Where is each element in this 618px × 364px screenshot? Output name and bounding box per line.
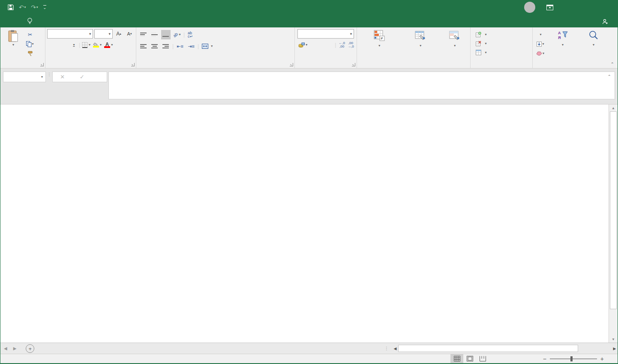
number-dialog-launcher[interactable] xyxy=(352,63,355,66)
confirm-entry-button[interactable]: ✓ xyxy=(80,74,84,80)
group-cells: ▾ ▾ ▾ xyxy=(471,27,533,68)
cancel-entry-button[interactable]: ✕ xyxy=(60,74,65,80)
fill-button[interactable]: ▾ xyxy=(535,39,545,49)
scroll-right-arrow[interactable]: ▶ xyxy=(612,346,618,351)
format-cells-button[interactable]: ▾ xyxy=(474,48,488,57)
align-top-button[interactable] xyxy=(139,30,148,39)
align-middle-button[interactable] xyxy=(150,30,159,39)
collapse-ribbon-button[interactable]: ⌃ xyxy=(611,62,614,66)
page-layout-view-button[interactable] xyxy=(463,354,476,363)
conditional-formatting-button[interactable]: ≠ ▾ xyxy=(359,28,400,48)
align-right-button[interactable] xyxy=(161,42,171,51)
increase-font-button[interactable]: А▴ xyxy=(114,29,123,39)
name-box-caret: ▾ xyxy=(41,76,43,78)
tell-me-search[interactable] xyxy=(27,18,36,27)
svg-text:Я: Я xyxy=(558,36,561,40)
new-sheet-button[interactable]: + xyxy=(26,344,34,353)
paste-button[interactable]: ▾ xyxy=(1,28,25,46)
fill-color-button[interactable]: ▾ xyxy=(92,40,102,50)
alignment-dialog-launcher[interactable] xyxy=(290,63,293,66)
increase-decimal-button[interactable]: ←,0,00 xyxy=(339,42,345,48)
share-button[interactable] xyxy=(602,19,611,25)
font-dialog-launcher[interactable] xyxy=(131,63,135,66)
bold-button[interactable] xyxy=(48,40,57,50)
format-cells-icon xyxy=(476,50,481,55)
zoom-slider[interactable] xyxy=(550,358,597,359)
page-break-view-button[interactable] xyxy=(476,354,489,363)
clipboard-dialog-launcher[interactable] xyxy=(40,63,44,66)
format-painter-button[interactable] xyxy=(25,49,35,58)
find-icon xyxy=(588,30,599,40)
accounting-format-button[interactable]: ▾ xyxy=(297,40,308,50)
font-color-button[interactable]: А ▾ xyxy=(103,40,114,50)
scroll-left-arrow[interactable]: ◀ xyxy=(392,346,398,351)
group-font: ▾ ▾ А▴ А▾ ▾ | ▾ xyxy=(45,27,136,68)
sheet-nav-arrows: ◀ ▶ xyxy=(0,343,20,354)
wrap-text-button[interactable]: abc↵ xyxy=(186,30,195,39)
align-center-button[interactable] xyxy=(150,42,159,51)
scroll-up-arrow[interactable]: ▲ xyxy=(609,104,618,111)
decrease-font-button[interactable]: А▾ xyxy=(125,29,134,39)
zoom-in-button[interactable]: + xyxy=(600,355,604,362)
decrease-decimal-button[interactable]: ,00→,0 xyxy=(348,42,354,48)
percent-style-button[interactable] xyxy=(311,40,320,50)
close-button[interactable] xyxy=(598,0,618,15)
eraser-icon xyxy=(536,51,542,56)
worksheet-grid[interactable] xyxy=(0,104,609,343)
ribbon-display-options-button[interactable] xyxy=(541,0,558,15)
horizontal-scrollbar[interactable]: ⋮ ◀ ▶ xyxy=(384,343,618,354)
comma-style-button[interactable] xyxy=(323,40,332,50)
underline-button[interactable]: ▾ xyxy=(69,40,78,50)
delete-cells-button[interactable]: ▾ xyxy=(474,39,488,48)
decrease-indent-button[interactable]: ⇤≡ xyxy=(175,42,185,51)
customize-qat-button[interactable]: ⌄ xyxy=(41,4,49,10)
fill-down-icon xyxy=(537,42,542,47)
copy-icon xyxy=(26,41,32,47)
italic-button[interactable] xyxy=(58,40,68,50)
group-editing: ▾ ▾ ▾ АЯ ▾ ▾ xyxy=(533,27,618,68)
name-box-splitter[interactable]: ⋮ xyxy=(47,73,51,75)
merge-center-icon xyxy=(202,44,208,49)
lightbulb-icon xyxy=(27,18,33,25)
number-format-combo[interactable]: ▾ xyxy=(297,29,354,39)
align-left-button[interactable] xyxy=(139,42,148,51)
merge-center-button[interactable]: ▾ xyxy=(201,42,214,51)
scroll-down-arrow[interactable]: ▼ xyxy=(609,336,618,343)
save-button[interactable] xyxy=(6,3,16,11)
redo-button[interactable]: ↷▾ xyxy=(29,3,40,12)
cut-button[interactable]: ✂ xyxy=(25,30,35,39)
user-avatar[interactable] xyxy=(524,2,535,13)
font-name-combo[interactable]: ▾ xyxy=(47,29,93,39)
formula-input[interactable]: ⌃ xyxy=(108,72,615,99)
borders-button[interactable]: ▾ xyxy=(81,40,91,50)
insert-cells-button[interactable]: ▾ xyxy=(474,30,488,39)
vertical-scroll-thumb[interactable] xyxy=(610,111,617,309)
copy-button[interactable]: ▾ xyxy=(25,39,35,49)
zoom-out-button[interactable]: − xyxy=(543,355,546,362)
cell-styles-button[interactable]: ▾ xyxy=(441,28,468,48)
tab-split-handle[interactable]: ⋮ xyxy=(384,348,389,349)
vertical-scrollbar[interactable]: ▲ ▼ xyxy=(609,104,618,343)
excel-window: ↶▾ ↷▾ ⌄ xyxy=(0,0,618,364)
format-as-table-button[interactable]: ▾ xyxy=(400,28,441,48)
zoom-slider-thumb[interactable] xyxy=(570,356,573,361)
normal-view-button[interactable] xyxy=(450,354,463,363)
undo-button[interactable]: ↶▾ xyxy=(17,3,28,12)
prev-sheet-arrow[interactable]: ◀ xyxy=(4,346,7,351)
cell-styles-icon xyxy=(449,30,460,41)
next-sheet-arrow[interactable]: ▶ xyxy=(13,346,17,351)
collapse-formula-bar-button[interactable]: ⌃ xyxy=(608,74,611,79)
find-select-button[interactable]: ▾ xyxy=(579,28,608,47)
orientation-button[interactable]: ab▾ xyxy=(172,30,182,39)
sort-filter-button[interactable]: АЯ ▾ xyxy=(546,28,579,47)
clear-button[interactable]: ▾ xyxy=(535,49,545,58)
increase-indent-button[interactable]: ⇥≡ xyxy=(186,42,196,51)
font-size-combo[interactable]: ▾ xyxy=(94,29,113,39)
name-box[interactable]: ▾ xyxy=(3,72,46,82)
minimize-button[interactable] xyxy=(558,0,578,15)
horizontal-scroll-thumb[interactable] xyxy=(398,345,578,352)
tab-file[interactable] xyxy=(4,22,19,27)
align-bottom-button[interactable] xyxy=(161,30,171,39)
autosum-button[interactable]: ▾ xyxy=(535,30,545,39)
maximize-button[interactable] xyxy=(578,0,598,15)
